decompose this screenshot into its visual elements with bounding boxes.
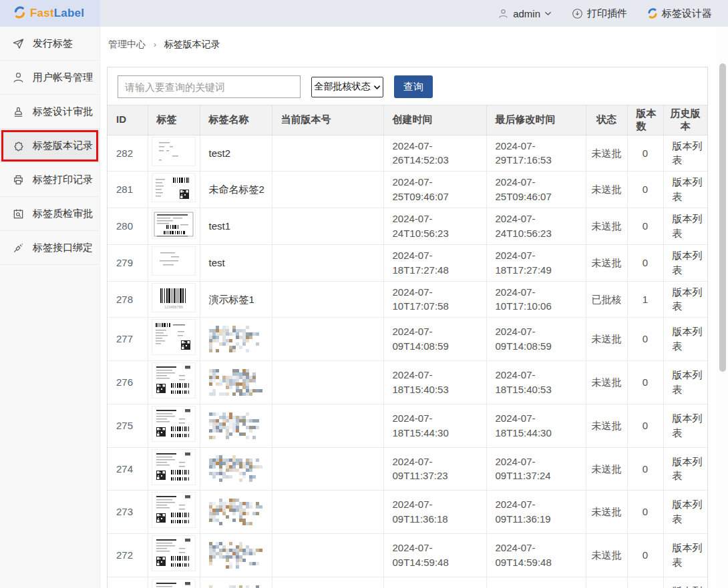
col-created: 创建时间 <box>383 105 486 135</box>
cell-modified: 2024-07-10T17:10:06 <box>486 281 586 318</box>
cell-created: 2024-07-09T11:36:18 <box>383 491 486 534</box>
history-link[interactable]: 版本列表 <box>673 326 703 352</box>
breadcrumb-current: 标签版本记录 <box>164 39 220 49</box>
user-icon <box>498 8 509 19</box>
cell-created: 2024-07-18T15:40:53 <box>383 361 486 404</box>
history-link[interactable]: 版本列表 <box>673 140 703 166</box>
cell-current-version <box>272 172 383 208</box>
cell-version-count: 0 <box>627 577 663 588</box>
cell-current-version <box>272 208 383 245</box>
sidebar-item-label: 发行标签 <box>33 37 73 50</box>
cell-created: 2024-07-09T14:08:59 <box>383 318 486 361</box>
cell-label-name: test1 <box>200 208 272 245</box>
cell-modified: 2024-07-09T14:08:59 <box>486 318 586 361</box>
scrollbar-track[interactable] <box>717 27 728 588</box>
cell-current-version <box>272 534 383 577</box>
history-link[interactable]: 版本列表 <box>673 213 703 239</box>
cell-status: 未送批 <box>586 491 627 534</box>
label-thumbnail <box>152 137 195 166</box>
label-designer-label: 标签设计器 <box>662 7 712 20</box>
col-status: 状态 <box>586 105 627 135</box>
history-link[interactable]: 版本列表 <box>673 250 703 276</box>
history-link[interactable]: 版本列表 <box>673 412 703 438</box>
history-link[interactable]: 版本列表 <box>673 176 703 202</box>
search-toolbar: 全部批核状态 查询 <box>118 75 697 98</box>
cell-id: 272 <box>108 534 148 577</box>
cell-status: 已批核 <box>586 281 627 318</box>
search-input[interactable] <box>118 75 301 98</box>
cell-id: 278 <box>108 281 148 318</box>
user-name: admin <box>513 8 540 19</box>
sidebar-item-selected[interactable]: 标签版本记录 <box>0 129 100 163</box>
sidebar-item-link[interactable]: 标签质检审批 <box>0 197 100 231</box>
cell-status: 未送批 <box>586 447 627 491</box>
cell-id: 282 <box>108 135 148 172</box>
cell-modified: 2024-07-18T15:44:30 <box>486 404 586 447</box>
chevron-down-icon <box>544 11 552 16</box>
cell-current-version <box>272 447 383 491</box>
col-history: 历史版本 <box>663 105 707 135</box>
query-button[interactable]: 查询 <box>394 75 433 98</box>
cell-status: 未送批 <box>586 208 627 245</box>
cell-modified: 2024-07-18T15:40:53 <box>486 361 586 404</box>
sidebar-item-link[interactable]: 标签接口绑定 <box>0 231 100 265</box>
cell-current-version <box>272 281 383 318</box>
history-link[interactable]: 版本列表 <box>673 286 703 312</box>
sidebar-item-label: 标签版本记录 <box>33 139 93 152</box>
fastlabel-mini-logo-icon <box>647 8 658 19</box>
user-menu[interactable]: admin <box>498 8 552 19</box>
status-filter-select[interactable]: 全部批核状态 <box>311 77 383 97</box>
sidebar-item-label: 标签打印记录 <box>33 174 93 186</box>
label-thumbnail <box>152 320 195 354</box>
label-thumbnail <box>152 493 195 527</box>
cell-current-version <box>272 318 383 361</box>
sidebar-item-link[interactable]: 标签设计审批 <box>0 95 100 129</box>
history-link[interactable]: 版本列表 <box>673 369 703 395</box>
cell-status: 未送批 <box>586 534 627 577</box>
label-designer-button[interactable]: 标签设计器 <box>647 7 712 20</box>
printer-icon <box>11 173 25 186</box>
print-plugin-label: 打印插件 <box>587 7 627 20</box>
cell-id: 276 <box>108 361 148 404</box>
cell-id: 271 <box>108 577 148 588</box>
breadcrumb-admin-center[interactable]: 管理中心 <box>108 39 146 49</box>
fastlabel-logo-icon <box>13 6 26 21</box>
cell-version-count: 1 <box>627 281 663 318</box>
cell-label-name: test <box>200 244 272 281</box>
cell-id: 280 <box>108 208 148 245</box>
col-label-name: 标签名称 <box>200 105 272 135</box>
cell-created: 2024-07-26T14:52:03 <box>383 135 486 172</box>
cell-created: 2024-07-09T11:37:23 <box>383 447 486 491</box>
table-row: 279 test 2024-07-18T17:27:48 2024-07-18T… <box>108 244 707 281</box>
cell-version-count: 0 <box>627 534 663 577</box>
scrollbar-thumb[interactable] <box>719 63 726 372</box>
label-thumbnail <box>152 406 195 441</box>
cell-status: 未送批 <box>586 135 627 172</box>
version-records-table: ID 标签 标签名称 当前版本号 创建时间 最后修改时间 状态 版本数 历史版本… <box>108 105 707 588</box>
history-link[interactable]: 版本列表 <box>673 585 703 588</box>
status-filter-value: 全部批核状态 <box>315 81 371 93</box>
table-row: 276 2024-07-18T15:40:53 2024-07-18T15:40… <box>108 361 707 404</box>
label-thumbnail <box>152 247 195 275</box>
sidebar-item-link[interactable]: 发行标签 <box>0 27 100 61</box>
col-current-version: 当前版本号 <box>272 105 383 135</box>
table-header-row: ID 标签 标签名称 当前版本号 创建时间 最后修改时间 状态 版本数 历史版本 <box>108 105 707 135</box>
history-link[interactable]: 版本列表 <box>673 542 703 568</box>
col-modified: 最后修改时间 <box>486 105 586 135</box>
table-body: 282 test2 2024-07-26T14:52:03 2024-07-29… <box>108 135 707 588</box>
plug-icon <box>11 241 25 254</box>
history-link[interactable]: 版本列表 <box>673 499 703 525</box>
cell-version-count: 0 <box>627 447 663 491</box>
print-plugin-button[interactable]: 打印插件 <box>572 7 627 20</box>
col-id: ID <box>108 105 148 135</box>
sidebar-item-link[interactable]: 标签打印记录 <box>0 163 100 197</box>
table-row: 272 2024-07-09T14:59:48 2024-07-09T14:59… <box>108 534 707 577</box>
cell-created: 2024-07-09T14:59:46 <box>383 577 486 588</box>
cell-id: 281 <box>108 172 148 208</box>
cell-modified: 2024-07-09T14:59:48 <box>486 534 586 577</box>
cell-created: 2024-07-18T15:44:30 <box>383 404 486 447</box>
sidebar-item-link[interactable]: 用户帐号管理 <box>0 61 100 95</box>
label-thumbnail <box>152 536 195 571</box>
history-link[interactable]: 版本列表 <box>673 456 703 482</box>
cell-status: 未送批 <box>586 172 627 208</box>
